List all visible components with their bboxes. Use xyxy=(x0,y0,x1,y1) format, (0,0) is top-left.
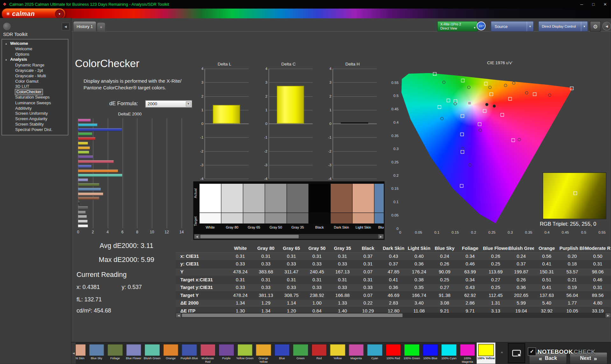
axis-tick-label: 0.55 xyxy=(389,80,399,85)
sidebar-item-welcome[interactable]: Welcome xyxy=(2,46,68,52)
patch-button-blue[interactable]: Blue xyxy=(273,342,291,364)
sidebar-item-welcome[interactable]: ▴Welcome xyxy=(2,41,68,46)
table-cell: 47.85 xyxy=(381,268,406,276)
gridline xyxy=(269,137,313,138)
patch-button-100-blue[interactable]: 100% Blue xyxy=(421,342,439,364)
minimize-button[interactable]: ─ xyxy=(576,0,588,9)
axis-tick-label: 0.35 xyxy=(523,230,534,234)
patch-button-orange-yellow[interactable]: Orange Yellow xyxy=(254,342,273,364)
patch-button-blue-flower[interactable]: Blue Flower xyxy=(124,342,143,364)
patch-button-label: Light Skin xyxy=(76,357,87,361)
patch-label: Light Skin xyxy=(353,225,374,229)
scroll-track[interactable] xyxy=(181,313,606,317)
patch-button-100-red[interactable]: 100% Red xyxy=(384,342,403,364)
patch-button-purple[interactable]: Purple xyxy=(217,342,235,364)
sidebar-item-colorchecker[interactable]: ColorChecker xyxy=(2,89,68,95)
patch-swatch xyxy=(256,344,271,356)
meter-dropdown[interactable]: X-Rite i1Pro 2 Direct View ▼ xyxy=(437,21,478,31)
logo-dropdown-button[interactable]: ▼ xyxy=(55,9,64,18)
patch-button-100-cyan[interactable]: 100% Cyan xyxy=(439,342,458,364)
scroll-track[interactable] xyxy=(200,234,378,238)
table-scrollbar[interactable]: ◀ ▶ xyxy=(176,313,611,318)
scroll-left-button[interactable]: ◀ xyxy=(176,313,181,317)
sidebar-item-spectral-power-dist-[interactable]: Spectral Power Dist. xyxy=(2,127,68,133)
table-cell: 0.31 xyxy=(279,253,304,260)
back-button[interactable]: « Back xyxy=(529,352,567,364)
add-tab-button[interactable]: + xyxy=(97,23,105,31)
sidebar-home-button[interactable] xyxy=(3,23,11,30)
scroll-thumb[interactable] xyxy=(182,313,403,317)
patch-button-purplish-blue[interactable]: Purplish Blue xyxy=(180,342,199,364)
table-cell: 0.46 xyxy=(457,261,483,268)
scroll-left-button[interactable]: ◀ xyxy=(194,234,200,238)
sidebar-item-grayscale-2pt[interactable]: Grayscale - 2pt xyxy=(2,68,68,73)
tree-expand-icon: ▴ xyxy=(5,57,7,63)
patch-button-bluish-green[interactable]: Bluish Green xyxy=(143,342,161,364)
sidebar-item-screen-uniformity[interactable]: Screen Uniformity xyxy=(2,111,68,116)
sidebar-item-screen-stability[interactable]: Screen Stability xyxy=(2,122,68,127)
scroll-right-button[interactable]: ▶ xyxy=(378,234,383,238)
patch-button-cyan[interactable]: Cyan xyxy=(365,342,384,364)
patch-scroll-left-button[interactable]: ◀ xyxy=(72,342,76,364)
source-dropdown[interactable]: Source ▼ xyxy=(491,21,534,31)
next-button[interactable]: Next » xyxy=(570,352,607,364)
axis-tick-label: 4 xyxy=(196,66,203,71)
patch-button-100-yellow[interactable]: 100% Yellow xyxy=(477,342,495,364)
cie-measured-marker xyxy=(493,105,496,108)
gridline xyxy=(269,69,313,69)
tab-history-1[interactable]: History 1 xyxy=(73,21,96,31)
deltae-bar-row xyxy=(78,225,181,228)
deltae-bar-red xyxy=(78,137,95,140)
scroll-right-button[interactable]: ▶ xyxy=(606,313,611,317)
patch-button-label: Blue Flower xyxy=(124,357,143,361)
axis-tick-label: 0.1 xyxy=(389,200,399,204)
patch-button-100-magenta[interactable]: 100% Magenta xyxy=(458,342,477,364)
cie-target-marker xyxy=(446,99,450,102)
cie-measured-marker xyxy=(504,84,507,87)
sidebar-item-dynamic-range[interactable]: Dynamic Range xyxy=(2,63,68,68)
sidebar-item-options[interactable]: Options xyxy=(2,52,68,57)
sidebar-item-analysis[interactable]: ▴Analysis xyxy=(2,57,68,63)
de-formula-select[interactable]: 2000 ▼ xyxy=(145,100,192,107)
cie-selected-marker xyxy=(467,101,471,105)
table-cell: 0.18 xyxy=(559,261,585,268)
expand-patches-button[interactable]: ^ xyxy=(498,342,506,364)
maximize-button[interactable]: □ xyxy=(587,0,599,9)
sidebar-item-screen-angularity[interactable]: Screen Angularity xyxy=(2,116,68,122)
patch-button-magenta[interactable]: Magenta xyxy=(347,342,365,364)
sidebar-collapse-button[interactable]: ◀ xyxy=(62,23,70,31)
table-row-label: Target Y xyxy=(176,292,228,299)
sidebar-item-luminance-sweeps[interactable]: Luminance Sweeps xyxy=(2,100,68,106)
patch-button-green[interactable]: Green xyxy=(291,342,310,364)
patch-swatch xyxy=(219,344,234,356)
patch-swatch xyxy=(478,344,494,356)
sidebar-item-additivity[interactable]: Additivity xyxy=(2,106,68,111)
table-cell: 383.68 xyxy=(253,268,278,276)
patch-button-foliage[interactable]: Foliage xyxy=(106,342,124,364)
patch-button-moderate-red[interactable]: Moderate Red xyxy=(199,342,217,364)
sidebar-item-3d-lut[interactable]: 3D LUT xyxy=(2,84,68,89)
cie-measured-marker xyxy=(468,163,472,167)
sidebar-item-grayscale-multi[interactable]: Grayscale - Multi xyxy=(2,73,68,79)
patch-button-yellow[interactable]: Yellow xyxy=(328,342,347,364)
display-pattern-button[interactable] xyxy=(508,343,525,363)
patch-button-orange[interactable]: Orange xyxy=(161,342,180,364)
patch-button-100-green[interactable]: 100% Green xyxy=(403,342,421,364)
collapse-right-panel-button[interactable]: ◀ xyxy=(602,22,611,31)
patch-button-light-skin[interactable]: Light Skin xyxy=(76,342,87,364)
swatch-scrollbar[interactable]: ◀ ▶ xyxy=(194,234,384,239)
sidebar-item-saturation-sweeps[interactable]: Saturation Sweeps xyxy=(2,95,68,100)
scroll-thumb[interactable] xyxy=(200,235,298,238)
patch-actual-swatch xyxy=(353,184,374,213)
patch-button-blue-sky[interactable]: Blue Sky xyxy=(87,342,106,364)
patch-button-yellow-green[interactable]: Yellow Green xyxy=(235,342,254,364)
axis-tick-label: 0.05 xyxy=(413,230,424,234)
settings-gear-button[interactable]: ⚙ xyxy=(590,21,601,31)
source-dropdown-label: Source xyxy=(495,24,508,29)
table-row: ΔE 20001.341.291.141.001.330.222.833.403… xyxy=(176,299,611,307)
table-cell: 0.46 xyxy=(585,276,610,284)
sidebar-item-color-gamut[interactable]: Color Gamut xyxy=(2,79,68,84)
display-control-dropdown[interactable]: Direct Display Control ▼ xyxy=(538,21,588,31)
close-button[interactable]: ✕ xyxy=(599,0,611,9)
patch-button-red[interactable]: Red xyxy=(310,342,328,364)
